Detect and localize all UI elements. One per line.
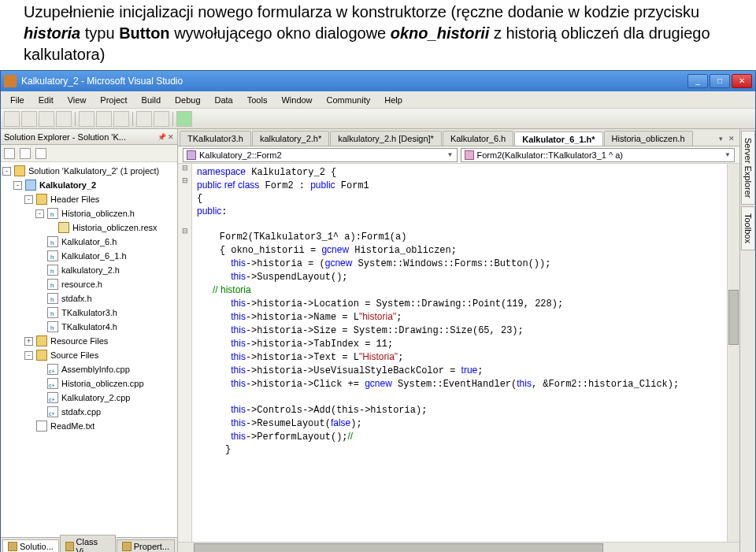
tree-item[interactable]: Kalkulator_6_1.h [2,249,176,263]
class-icon [187,150,196,160]
tree-item[interactable]: - Historia_obliczen.h [2,206,176,220]
chevron-down-icon: ▼ [447,151,454,158]
titlebar[interactable]: Kalkulatory_2 - Microsoft Visual Studio … [1,71,755,91]
tab-icon [65,542,74,551]
code-editor[interactable]: namespace Kalkulatory_2 { public ref cla… [192,164,727,542]
page-description: Uzupełnienie inicjalizacji nowego formul… [0,0,756,70]
tb-cut[interactable] [79,111,94,127]
scroll-thumb[interactable] [194,543,603,552]
outline-gutter[interactable]: ⊟⊟ ⊟ [178,164,192,542]
tree-item[interactable]: Historia_obliczen.resx [2,220,176,235]
expander-icon[interactable]: - [13,181,22,190]
tree-item[interactable]: + Resource Files [2,334,176,348]
tree-item[interactable]: Historia_obliczen.cpp [2,376,176,391]
menu-community[interactable]: Community [321,94,377,106]
editor-tab[interactable]: Kalkulator_6_1.h* [514,132,602,146]
editor-tab[interactable]: Historia_obliczen.h [604,131,693,146]
menu-debug[interactable]: Debug [169,94,206,106]
window-title: Kalkulatory_2 - Microsoft Visual Studio [21,76,183,87]
ic-cpp-icon [47,406,58,417]
tb-undo[interactable] [136,111,152,127]
maximize-button[interactable]: □ [710,74,730,88]
menubar: FileEditViewProjectBuildDebugDataToolsWi… [1,91,755,109]
expander-icon[interactable]: - [24,351,33,360]
tree-item[interactable]: - Kalkulatory_2 [2,178,176,192]
ic-resx-icon [58,222,69,233]
tree-item[interactable]: kalkulatory_2.h [2,263,176,277]
tree-item[interactable]: ReadMe.txt [2,419,176,433]
expander-icon[interactable]: + [24,337,33,346]
ic-h-icon [47,279,58,290]
tb-redo[interactable] [154,111,169,127]
tb-saveall[interactable] [56,111,72,127]
editor-tab[interactable]: Kalkulator_6.h [443,131,513,146]
menu-data[interactable]: Data [209,94,239,106]
sidebar-tab[interactable]: Solutio... [2,539,59,553]
sidebar-tab[interactable]: Propert... [117,539,175,553]
app-icon [4,75,17,87]
solution-explorer-title[interactable]: Solution Explorer - Solution 'K... 📌✕ [1,129,177,145]
tree-item[interactable]: stdafx.h [2,291,176,306]
ic-h-icon [47,307,58,318]
dock-tab-server-explorer[interactable]: Server Explorer [741,131,755,205]
expander-icon[interactable]: - [35,209,44,218]
tree-item[interactable]: resource.h [2,277,176,291]
tb-save[interactable] [39,111,54,127]
solution-tree[interactable]: - Solution 'Kalkulatory_2' (1 project) -… [1,162,177,537]
dock-tab-toolbox[interactable]: Toolbox [741,206,755,250]
tree-item[interactable]: - Solution 'Kalkulatory_2' (1 project) [2,164,176,178]
menu-file[interactable]: File [4,94,31,106]
tb-open[interactable] [21,111,37,127]
horizontal-scrollbar[interactable] [178,542,739,552]
scope-combo[interactable]: Kalkulatory_2::Form2▼ [183,148,458,162]
tree-item[interactable]: Kalkulatory_2.cpp [2,391,176,405]
tab-close-icon[interactable]: ✕ [727,135,736,144]
ic-folder-icon [36,350,47,361]
menu-help[interactable]: Help [378,94,409,106]
refresh-icon[interactable] [35,148,46,159]
tree-item[interactable]: stdafx.cpp [2,405,176,419]
member-combo[interactable]: Form2(Kalkulator::TKalkulator3_1 ^ a)▼ [461,148,736,162]
tree-item[interactable]: AssemblyInfo.cpp [2,362,176,376]
pin-icon[interactable]: 📌 [158,133,166,141]
tree-item[interactable]: TKalkulator4.h [2,320,176,334]
tree-item[interactable]: TKalkulator3.h [2,306,176,320]
properties-icon[interactable] [4,148,15,159]
editor-context-bar: Kalkulatory_2::Form2▼ Form2(Kalkulator::… [178,146,739,164]
menu-project[interactable]: Project [94,94,133,106]
ic-prj-icon [25,180,36,191]
sidebar-bottom-tabs: Solutio...Class Vi...Propert... [1,537,177,552]
tree-item[interactable]: - Header Files [2,192,176,206]
menu-edit[interactable]: Edit [32,94,60,106]
main-toolbar [1,109,755,129]
sidebar-tab[interactable]: Class Vi... [60,535,116,553]
panel-close-icon[interactable]: ✕ [168,133,174,141]
ic-cpp-icon [47,392,58,403]
editor-tab[interactable]: kalkulatory_2.h [Design]* [330,131,442,146]
showall-icon[interactable] [20,148,31,159]
minimize-button[interactable]: _ [687,74,708,88]
tree-item[interactable]: Kalkulator_6.h [2,235,176,249]
tb-new[interactable] [4,111,20,127]
tb-start[interactable] [176,111,192,127]
editor-tab[interactable]: TKalkulator3.h [180,131,251,146]
expander-icon[interactable]: - [2,167,11,176]
tab-dropdown-icon[interactable]: ▾ [716,135,725,144]
expander-icon[interactable]: - [24,195,33,204]
menu-view[interactable]: View [61,94,93,106]
ic-txt-icon [36,420,47,432]
tb-copy[interactable] [96,111,112,127]
ic-h-icon [47,321,58,332]
menu-build[interactable]: Build [135,94,167,106]
ic-h-icon [47,208,58,219]
close-button[interactable]: ✕ [732,74,752,88]
menu-tools[interactable]: Tools [241,94,274,106]
tb-paste[interactable] [113,111,129,127]
editor-tabs: TKalkulator3.hkalkulatory_2.h*kalkulator… [178,129,739,146]
scroll-thumb[interactable] [728,290,739,345]
editor-tab[interactable]: kalkulatory_2.h* [252,131,329,146]
menu-window[interactable]: Window [275,94,318,106]
vertical-scrollbar[interactable] [727,164,739,542]
ic-sln-icon [14,165,25,176]
tree-item[interactable]: - Source Files [2,348,176,362]
